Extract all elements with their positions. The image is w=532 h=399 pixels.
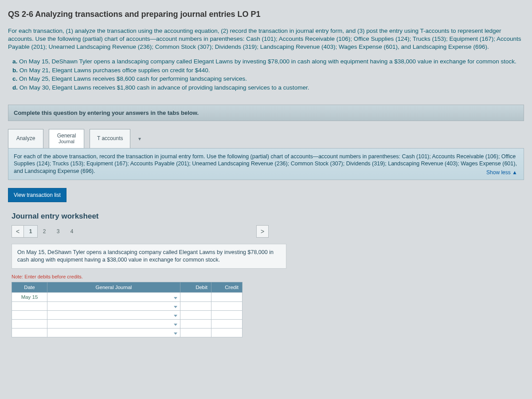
chevron-down-icon[interactable]: ▾ xyxy=(136,132,144,145)
je-debit-cell[interactable] xyxy=(180,301,211,310)
transaction-c: c. On May 25, Elegant Lawns receives $8,… xyxy=(12,75,524,83)
je-debit-cell[interactable] xyxy=(180,319,211,328)
je-date-cell[interactable] xyxy=(12,310,47,319)
transaction-b: b. On May 21, Elegant Lawns purchases of… xyxy=(12,66,524,75)
je-credit-cell[interactable] xyxy=(211,292,243,301)
je-credit-cell[interactable] xyxy=(211,310,243,319)
worksheet-title: Journal entry worksheet xyxy=(12,212,524,221)
transaction-d: d. On May 30, Elegant Lawns receives $1,… xyxy=(12,84,524,92)
tab-gj-line2: Journal xyxy=(56,139,77,144)
tab-analyze[interactable]: Analyze xyxy=(8,129,43,148)
je-row xyxy=(12,310,243,319)
je-row xyxy=(12,328,243,337)
pager-next-button[interactable]: > xyxy=(256,225,269,238)
je-header-date: Date xyxy=(12,282,47,292)
transaction-description-box: On May 15, DeShawn Tyler opens a landsca… xyxy=(12,244,286,269)
note-text: Note: Enter debits before credits. xyxy=(12,274,524,279)
pager-prev-button[interactable]: < xyxy=(12,225,24,238)
je-account-cell[interactable] xyxy=(47,292,180,301)
je-date-cell[interactable] xyxy=(12,301,47,310)
je-account-cell[interactable] xyxy=(47,301,180,310)
pager: < 1 2 3 4 > xyxy=(12,225,524,238)
je-date-cell[interactable] xyxy=(12,319,47,328)
transaction-a-label: a. xyxy=(12,58,17,65)
transaction-d-label: d. xyxy=(12,84,18,91)
je-row xyxy=(12,319,243,328)
je-date-cell[interactable]: May 15 xyxy=(12,292,47,301)
instruction-panel: For each of the above transaction, recor… xyxy=(8,148,524,180)
pager-page-2[interactable]: 2 xyxy=(37,225,51,238)
panel-text: For each of the above transaction, recor… xyxy=(14,153,517,175)
je-header-debit: Debit xyxy=(180,282,211,292)
je-debit-cell[interactable] xyxy=(180,292,211,301)
tab-gj-line1: General xyxy=(56,133,77,139)
je-header-credit: Credit xyxy=(211,282,243,292)
pager-page-4[interactable]: 4 xyxy=(65,225,79,238)
je-account-cell[interactable] xyxy=(47,319,180,328)
transaction-a: a. On May 15, DeShawn Tyler opens a land… xyxy=(12,58,524,66)
page-title: QS 2-6 Analyzing transactions and prepar… xyxy=(8,10,524,19)
transaction-d-text: On May 30, Elegant Lawns receives $1,800… xyxy=(20,84,309,91)
tab-t-accounts[interactable]: T accounts xyxy=(90,129,130,148)
je-credit-cell[interactable] xyxy=(211,328,243,337)
journal-entry-table: Date General Journal Debit Credit May 15 xyxy=(12,282,243,337)
je-header-general-journal: General Journal xyxy=(47,282,180,292)
je-account-cell[interactable] xyxy=(47,310,180,319)
show-less-link[interactable]: Show less ▲ xyxy=(486,169,517,176)
je-credit-cell[interactable] xyxy=(211,301,243,310)
transaction-b-label: b. xyxy=(12,67,18,74)
pager-page-1[interactable]: 1 xyxy=(23,225,38,238)
transaction-c-label: c. xyxy=(12,75,17,82)
je-debit-cell[interactable] xyxy=(180,310,211,319)
je-debit-cell[interactable] xyxy=(180,328,211,337)
pager-page-3[interactable]: 3 xyxy=(51,225,65,238)
transaction-list: a. On May 15, DeShawn Tyler opens a land… xyxy=(8,58,524,93)
je-account-cell[interactable] xyxy=(47,328,180,337)
tabs-row: Analyze General Journal T accounts ▾ xyxy=(8,129,524,148)
je-row xyxy=(12,301,243,310)
transaction-a-text: On May 15, DeShawn Tyler opens a landsca… xyxy=(19,58,516,65)
intro-text: For each transaction, (1) analyze the tr… xyxy=(8,27,524,51)
view-transaction-list-button[interactable]: View transaction list xyxy=(8,188,66,202)
transaction-b-text: On May 21, Elegant Lawns purchases offic… xyxy=(20,67,210,74)
je-date-cell[interactable] xyxy=(12,328,47,337)
tab-general-journal[interactable]: General Journal xyxy=(49,129,84,148)
je-credit-cell[interactable] xyxy=(211,319,243,328)
prompt-bar: Complete this question by entering your … xyxy=(8,105,524,121)
je-row: May 15 xyxy=(12,292,243,301)
transaction-c-text: On May 25, Elegant Lawns receives $8,600… xyxy=(19,75,247,82)
